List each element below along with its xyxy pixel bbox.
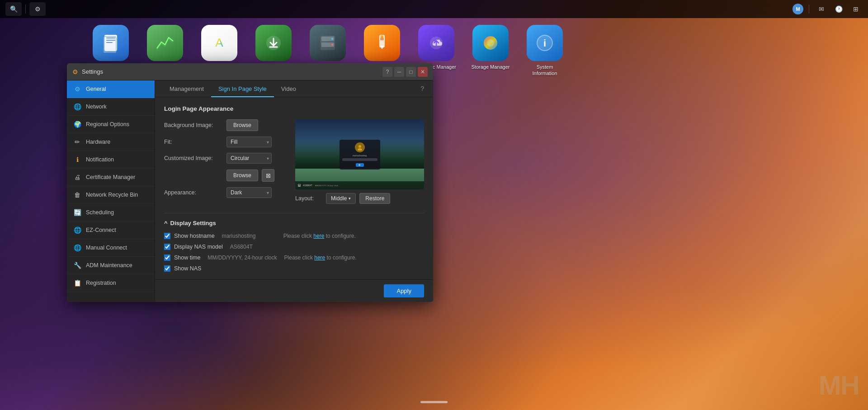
preview-login-box: mariushosting — [340, 140, 380, 170]
svg-point-12 — [331, 44, 333, 46]
appearance-select[interactable]: Dark Light — [226, 187, 272, 198]
show-hostname-label: Show hostname — [174, 233, 215, 239]
show-time-checkbox[interactable] — [164, 254, 170, 261]
sidebar-item-hardware[interactable]: ✏ Hardware — [67, 133, 155, 151]
user-avatar[interactable]: M — [793, 4, 803, 14]
customized-browse-row: Browse ⊠ — [164, 169, 286, 182]
general-icon: ⚙ — [73, 85, 81, 93]
preview-model-text: AS6804T — [303, 184, 312, 187]
show-hostname-config: Please click here to configure. — [283, 233, 356, 239]
taskbar-clock-icon[interactable]: 🕐 — [832, 2, 845, 16]
taskbar-email-icon[interactable]: ✉ — [815, 2, 828, 16]
notification-label: Notification — [86, 156, 114, 163]
regional-options-label: Regional Options — [86, 121, 129, 127]
preview-bottom-bar: AS6804T MM/DD/YYYY, 24-hour clock — [295, 181, 424, 189]
sidebar: ⚙ General 🌐 Network 🌍 Regional Options ✏… — [67, 80, 155, 302]
customized-image-label: Customized Image: — [164, 155, 223, 161]
taskbar-left: 🔍 ⚙ — [5, 2, 46, 16]
tab-management[interactable]: Management — [162, 81, 211, 97]
desktop-icon-storage-manager[interactable]: Storage Manager — [470, 25, 511, 77]
svg-point-23 — [359, 145, 361, 148]
preview-hostname: mariushosting — [342, 154, 377, 157]
taskbar-right: M ✉ 🕐 ⊞ — [793, 2, 863, 16]
sidebar-item-notification[interactable]: ℹ Notification — [67, 151, 155, 169]
sidebar-item-general[interactable]: ⚙ General — [67, 80, 155, 98]
help-button[interactable]: ? — [382, 67, 392, 77]
close-button[interactable]: ✕ — [418, 67, 428, 77]
tab-help-icon[interactable]: ? — [419, 81, 426, 96]
login-appearance-title: Login Page Appearance — [164, 105, 424, 112]
fit-label: Fit: — [164, 139, 223, 145]
window-footer: Apply — [155, 279, 433, 302]
taskbar-search-button[interactable]: 🔍 — [5, 2, 22, 16]
background-browse-button[interactable]: Browse — [226, 119, 258, 131]
window-controls: ? ─ □ ✕ — [382, 67, 428, 77]
preview-avatar — [355, 142, 365, 152]
registration-label: Registration — [86, 280, 116, 286]
sidebar-item-scheduling[interactable]: 🔄 Scheduling — [67, 204, 155, 221]
display-settings-section: ^ Display Settings Show hostname mariush… — [164, 213, 424, 272]
appearance-row: Appearance: Dark Light — [164, 187, 286, 198]
show-nas-label: Show NAS — [174, 265, 201, 272]
preview-input-bar — [342, 158, 377, 161]
customized-browse-button[interactable]: Browse — [226, 170, 258, 181]
fit-select[interactable]: Fill Fit Stretch Center — [226, 137, 272, 147]
show-hostname-config-link[interactable]: here — [313, 233, 324, 239]
preview-time-text: MM/DD/YYYY, 24-hour clock — [315, 184, 338, 187]
system-information-icon-img: i — [527, 25, 563, 61]
show-time-config: Please click here to configure. — [284, 254, 357, 261]
watermark: MH — [819, 370, 859, 401]
display-nas-model-checkbox-label[interactable]: Display NAS model — [164, 244, 223, 250]
sidebar-item-certificate-manager[interactable]: 🖨 Certificate Manager — [67, 169, 155, 186]
display-nas-model-row: Display NAS model AS6804T — [164, 244, 424, 250]
window-body: ⚙ General 🌐 Network 🌍 Regional Options ✏… — [67, 80, 433, 302]
show-time-config-link[interactable]: here — [314, 254, 325, 261]
tab-video[interactable]: Video — [274, 81, 303, 97]
sidebar-item-adm-maintenance[interactable]: 🔧 ADM Maintenance — [67, 257, 155, 274]
layout-row: Layout: Middle ▾ Restore — [295, 193, 424, 204]
svg-text:i: i — [543, 38, 546, 49]
svg-point-16 — [381, 35, 383, 38]
restore-button[interactable]: Restore — [359, 193, 390, 204]
apply-button[interactable]: Apply — [384, 284, 424, 297]
show-time-row: Show time MM/DD/YYYY, 24-hour clock Plea… — [164, 254, 424, 261]
login-appearance-grid: Background Image: Browse Fit: Fill Fit S… — [164, 119, 424, 204]
sidebar-item-regional-options[interactable]: 🌍 Regional Options — [67, 116, 155, 133]
layout-value: Middle — [331, 195, 347, 202]
display-nas-model-checkbox[interactable] — [164, 244, 170, 250]
sidebar-item-manual-connect[interactable]: 🌐 Manual Connect — [67, 239, 155, 257]
show-hostname-checkbox-label[interactable]: Show hostname — [164, 233, 215, 239]
fit-row: Fit: Fill Fit Stretch Center — [164, 137, 286, 147]
sidebar-item-ez-connect[interactable]: 🌐 EZ-Connect — [67, 221, 155, 239]
tabs-bar: Management Sign In Page Style Video ? — [155, 80, 433, 97]
tab-sign-in-page-style[interactable]: Sign In Page Style — [211, 81, 274, 97]
show-hostname-checkbox[interactable] — [164, 233, 170, 239]
appearance-select-wrapper: Dark Light — [226, 187, 272, 198]
show-time-checkbox-label[interactable]: Show time — [164, 254, 200, 261]
certificate-manager-label: Certificate Manager — [86, 174, 135, 180]
taskbar-right-divider — [809, 5, 809, 14]
maximize-button[interactable]: □ — [406, 67, 416, 77]
settings-title-icon: ⚙ — [72, 68, 78, 75]
system-information-label: System Information — [524, 64, 565, 77]
sidebar-item-network-recycle-bin[interactable]: 🗑 Network Recycle Bin — [67, 186, 155, 204]
adm-maintenance-label: ADM Maintenance — [86, 262, 132, 269]
regional-options-icon: 🌍 — [73, 120, 81, 128]
fit-select-wrapper: Fill Fit Stretch Center — [226, 137, 272, 147]
layout-label: Layout: — [295, 195, 322, 202]
desktop-icon-system-information[interactable]: i System Information — [524, 25, 565, 77]
preview-login-btn — [356, 163, 364, 167]
display-settings-title[interactable]: ^ Display Settings — [164, 220, 424, 226]
customized-select[interactable]: Circular Square — [226, 153, 272, 164]
hardware-label: Hardware — [86, 139, 110, 145]
show-nas-checkbox[interactable] — [164, 265, 170, 272]
taskbar-settings-button[interactable]: ⚙ — [29, 2, 46, 16]
customized-clear-button[interactable]: ⊠ — [262, 169, 274, 182]
minimize-button[interactable]: ─ — [394, 67, 404, 77]
taskbar-grid-icon[interactable]: ⊞ — [849, 2, 863, 16]
sidebar-item-network[interactable]: 🌐 Network — [67, 98, 155, 116]
layout-select-button[interactable]: Middle ▾ — [326, 193, 356, 204]
show-time-value: MM/DD/YYYY, 24-hour clock — [208, 254, 277, 261]
sidebar-item-registration[interactable]: 📋 Registration — [67, 274, 155, 292]
show-nas-checkbox-label[interactable]: Show NAS — [164, 265, 201, 272]
